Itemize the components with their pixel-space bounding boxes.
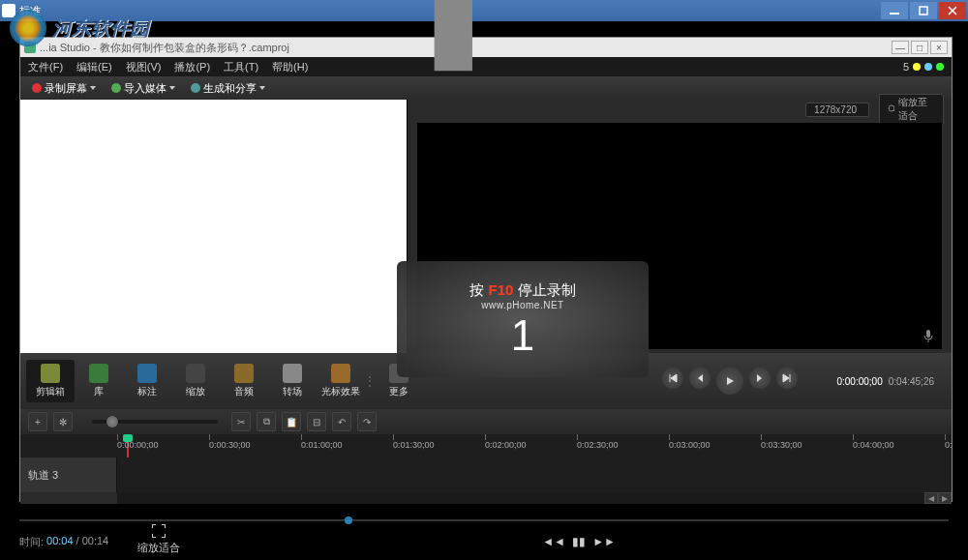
menu-status: 5 — [903, 61, 944, 73]
inner-close-button[interactable]: × — [930, 41, 948, 54]
record-screen-button[interactable]: 录制屏幕 — [26, 79, 102, 98]
menu-play[interactable]: 播放(P) — [174, 60, 210, 74]
caret-down-icon — [90, 86, 96, 90]
bottom-time-display: 时间: 00:04 / 00:14 — [19, 535, 108, 549]
inner-minimize-button[interactable]: — — [892, 41, 909, 54]
ruler-mark: 0:01:00;00 — [301, 434, 343, 450]
svg-rect-0 — [890, 13, 899, 15]
add-track-button[interactable]: + — [28, 412, 47, 431]
timeline-scrollbar: ◀ ▶ — [20, 492, 952, 504]
skip-forward-button[interactable] — [776, 368, 798, 389]
outer-maximize-button[interactable] — [910, 2, 937, 19]
import-media-button[interactable]: 导入媒体 — [106, 79, 181, 98]
hotkey-label: F10 — [489, 281, 514, 298]
watermark-text: 河东软件园 — [52, 15, 149, 42]
timeline-tracks: 轨道 3 — [20, 457, 952, 492]
menu-file[interactable]: 文件(F) — [28, 60, 63, 74]
tab-cursor-effects[interactable]: 光标效果 — [317, 360, 365, 402]
library-icon — [89, 364, 108, 383]
ruler-mark: 0:04:30;00 — [945, 434, 952, 450]
recording-countdown-overlay: 按 F10 停止录制 www.pHome.NET 1 — [397, 261, 649, 377]
skip-back-button[interactable] — [662, 368, 683, 389]
outer-close-button[interactable] — [939, 2, 966, 19]
track-settings-button[interactable]: ✻ — [53, 412, 73, 431]
ruler-mark: 0:01:30;00 — [393, 434, 435, 450]
site-watermark: 河东软件园 — [10, 10, 149, 46]
canvas-dimensions-chip[interactable]: 1278x720 — [805, 103, 869, 117]
ruler-mark: 0:03:30;00 — [761, 434, 802, 450]
scroll-right-button[interactable]: ▶ — [938, 492, 952, 504]
timeline-zoom-slider[interactable] — [92, 420, 218, 424]
play-button[interactable] — [716, 368, 743, 395]
caret-down-icon — [169, 86, 175, 90]
outer-minimize-button[interactable] — [881, 2, 908, 19]
clip-bin-panel[interactable] — [20, 100, 408, 353]
clip-bin-icon — [41, 364, 60, 383]
step-back-button[interactable] — [689, 368, 711, 389]
timecode-display: 0:00:00;00 0:04:45;26 — [836, 376, 934, 387]
audio-icon — [234, 364, 254, 383]
menu-view[interactable]: 视图(V) — [126, 60, 162, 74]
inner-maximize-button[interactable]: □ — [911, 41, 928, 54]
zoom-icon — [186, 364, 205, 383]
timeline-ruler[interactable]: 0:00:00;000:00:30;000:01:00;000:01:30;00… — [20, 434, 952, 457]
status-dot-icon — [913, 63, 921, 71]
countdown-number: 1 — [511, 314, 534, 357]
ruler-mark: 0:02:30;00 — [577, 434, 619, 450]
caret-down-icon — [259, 86, 265, 90]
svg-rect-1 — [920, 7, 927, 15]
undo-button[interactable]: ↶ — [332, 412, 351, 431]
track-content[interactable] — [117, 457, 952, 492]
menu-tools[interactable]: 工具(T) — [224, 60, 258, 74]
redo-button[interactable]: ↷ — [357, 412, 377, 431]
produce-icon — [191, 83, 200, 93]
microphone-icon[interactable] — [921, 328, 936, 343]
ruler-mark: 0:03:00;00 — [669, 434, 711, 450]
tab-zoom[interactable]: 缩放 — [171, 360, 220, 402]
bottom-player-bar: 时间: 00:04 / 00:14 缩放适合 ◄◄ ▮▮ ►► — [0, 512, 968, 560]
ruler-mark: 0:00:00;00 — [117, 434, 159, 450]
step-forward-button[interactable] — [749, 368, 771, 389]
copy-button[interactable]: ⧉ — [257, 412, 276, 431]
record-icon — [32, 83, 42, 93]
track-header[interactable]: 轨道 3 — [20, 457, 117, 492]
status-dot-icon — [936, 63, 944, 71]
bottom-pause-button[interactable]: ▮▮ — [571, 534, 587, 549]
fit-to-screen-button[interactable]: 缩放适合 — [137, 524, 180, 555]
status-dot-icon — [924, 63, 932, 71]
import-icon — [111, 83, 121, 93]
scroll-left-button[interactable]: ◀ — [924, 492, 938, 504]
tab-library[interactable]: 库 — [75, 360, 123, 402]
tab-clip-bin[interactable]: 剪辑箱 — [26, 360, 75, 402]
timeline-toolbar: + ✻ ✂ ⧉ 📋 ⊟ ↶ ↷ — [20, 409, 952, 434]
tab-callouts[interactable]: 标注 — [123, 360, 171, 402]
tab-transitions[interactable]: 转场 — [268, 360, 317, 402]
timecode-total: 0:04:45;26 — [889, 376, 934, 387]
transitions-icon — [283, 364, 302, 383]
scroll-track[interactable] — [117, 492, 924, 504]
ruler-mark: 0:04:00;00 — [853, 434, 894, 450]
tab-separator-icon: ⋮ — [365, 367, 375, 396]
overlay-brand: www.pHome.NET — [481, 300, 563, 310]
bottom-next-button[interactable]: ►► — [596, 534, 612, 549]
recording-hint: 按 F10 停止录制 — [469, 281, 575, 300]
progress-track[interactable] — [19, 519, 949, 521]
zoom-fit-chip[interactable]: 缩放至适合 — [879, 94, 944, 125]
callouts-icon — [137, 364, 157, 383]
bottom-prev-button[interactable]: ◄◄ — [546, 534, 561, 549]
produce-share-button[interactable]: 生成和分享 — [185, 79, 271, 98]
tab-audio[interactable]: 音频 — [220, 360, 268, 402]
paste-button[interactable]: 📋 — [282, 412, 301, 431]
fit-icon — [152, 524, 166, 538]
timecode-current: 0:00:00;00 — [836, 376, 882, 387]
svg-rect-3 — [926, 330, 930, 338]
menu-help[interactable]: 帮助(H) — [272, 60, 308, 74]
ruler-mark: 0:02:00;00 — [485, 434, 527, 450]
zoom-handle[interactable] — [106, 416, 118, 427]
search-icon — [888, 104, 894, 114]
cut-button[interactable]: ✂ — [231, 412, 251, 431]
status-count: 5 — [903, 61, 909, 73]
menu-edit[interactable]: 编辑(E) — [76, 60, 112, 74]
split-button[interactable]: ⊟ — [307, 412, 326, 431]
progress-handle[interactable] — [345, 516, 352, 524]
